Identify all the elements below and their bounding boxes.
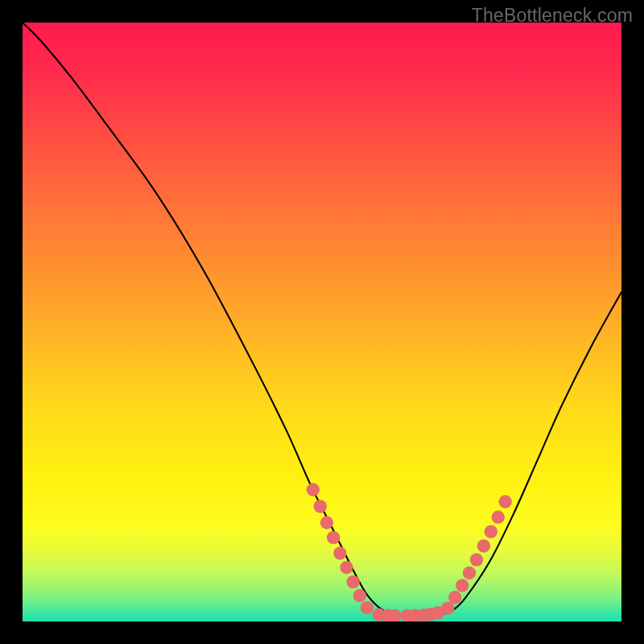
- marker-dot: [485, 525, 497, 538]
- marker-dots: [307, 483, 512, 621]
- marker-dot: [307, 483, 320, 496]
- marker-dot: [441, 601, 454, 614]
- curve-svg: [23, 23, 621, 621]
- marker-dot: [320, 516, 333, 529]
- marker-dot: [333, 547, 346, 559]
- marker-dot: [346, 576, 359, 588]
- marker-dot: [448, 591, 461, 604]
- marker-dot: [498, 495, 511, 508]
- marker-dot: [353, 589, 366, 602]
- stage: TheBottleneck.com: [0, 0, 644, 644]
- marker-dot: [463, 567, 476, 580]
- marker-dot: [340, 561, 353, 574]
- plot-area: [23, 23, 621, 621]
- marker-dot: [327, 531, 340, 544]
- marker-dot: [477, 539, 490, 552]
- marker-dot: [456, 579, 469, 592]
- marker-dot: [492, 510, 505, 523]
- marker-dot: [314, 500, 327, 513]
- marker-dot: [361, 601, 374, 614]
- marker-dot: [470, 553, 483, 566]
